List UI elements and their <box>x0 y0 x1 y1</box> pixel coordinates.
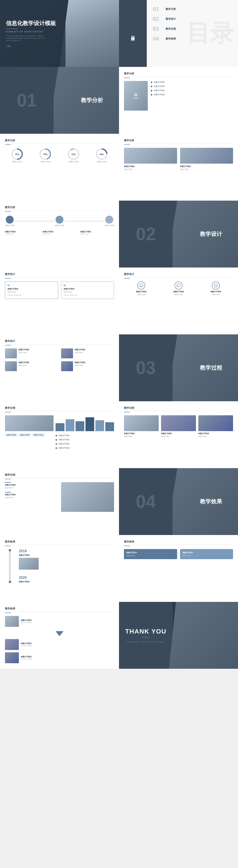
list3: 标题文字添加 <box>55 443 114 445</box>
jxfx1-bar <box>124 78 130 78</box>
right-item1-text: 标题文字添加 标题文字添加 <box>75 348 85 353</box>
jxgx2-card2-sub: 标题文字添加 <box>182 555 231 557</box>
gxgc2-item3-sub: 标题文字添加 <box>199 435 233 437</box>
right-item2: 标题文字添加 标题文字添加 <box>61 361 114 371</box>
gxgc2-item3-title: 标题文字添加 <box>199 432 233 435</box>
year1-dot <box>9 549 11 551</box>
jxgx3-photo3 <box>5 652 19 663</box>
list1: 标题文字添加 <box>55 434 114 437</box>
timeline-steps: 标题文字添加 标题文字添加 标题文字添加 <box>5 216 114 226</box>
tag1: 标题文字添加 <box>5 433 18 437</box>
step1: 标题文字添加 <box>5 216 15 226</box>
jxgx3-text2: 标题文字添加 添加文字内容描述 <box>21 642 32 647</box>
right-item2-text: 标题文字添加 标题文字添加 <box>75 361 85 366</box>
toc-num-1: 01 <box>153 6 163 12</box>
donut-label-3: 标题文字添加 <box>67 161 80 163</box>
jxgx1-content: 2018 标题文字添加 2020 标题文字添加 <box>5 549 114 583</box>
year2-item: 标题文字添加 <box>19 581 114 583</box>
year1-section: 2018 标题文字添加 <box>19 549 114 570</box>
gxgc2-photo1 <box>124 415 159 431</box>
section2-title: 教学设计 <box>200 230 222 238</box>
card2-title: 标题文字添加 <box>64 288 112 290</box>
cover-reporter: 汇报人： <box>6 45 56 48</box>
toc-right-panel: 01 教学分析 02 教学设计 03 教学过程 04 教学效果 <box>147 0 238 67</box>
section3-title: 教学过程 <box>200 364 222 372</box>
jxgc3-title2: 标题文字添加 <box>5 493 58 496</box>
card1-desc: 添加文字内容描述信息 <box>7 294 55 297</box>
icon2 <box>175 282 182 289</box>
jxfx3-item1-title: 标题文字添加 <box>124 165 177 168</box>
listtext3: 标题文字添加 <box>59 443 70 445</box>
gxgc2-item1-title: 标题文字添加 <box>124 432 159 435</box>
jxgc1-content: 标题文字添加 标题文字添加 标题文字添加 标题文字添加 <box>5 415 114 451</box>
card2-sub: 标题文字添加 <box>64 291 112 293</box>
section2-big-num: 02 <box>136 224 156 244</box>
toc-num-4: 04 <box>153 36 163 42</box>
list-dot-1 <box>151 82 152 83</box>
toc-text-1: 教学分析 <box>166 7 176 11</box>
row2-text: 标题文字添加 <box>43 230 76 233</box>
list-item-3: 标题文字添加 <box>151 89 233 92</box>
card2: 02 标题文字添加 标题文字添加 添加文字内容描述信息 <box>61 282 114 299</box>
icon1 <box>137 282 145 289</box>
dot1 <box>55 435 57 436</box>
slide-section4: 04 教学效果 <box>119 468 238 535</box>
jxgc3-title1: 标题文字添加 <box>5 484 58 486</box>
jxgc3-sub2: 标题文字添加 <box>5 497 58 499</box>
jxgx3-photo2 <box>5 639 19 650</box>
section4-title: 教学效果 <box>200 498 222 505</box>
slide-section2: 02 教学设计 <box>119 200 238 268</box>
jxfx3-title: 教学分析 <box>124 139 233 144</box>
jxgc1-list: 标题文字添加 标题文字添加 标题文字添加 标题文字添加 <box>55 434 114 450</box>
left-item2-text: 标题文字添加 标题文字添加 <box>19 361 29 366</box>
list-text-1: 标题文字添加 <box>154 81 165 84</box>
toc-bg-num: 目录 <box>186 18 234 50</box>
donut-item-3: 15% 标题文字添加 <box>67 148 80 163</box>
right-title1: 标题文字添加 <box>75 348 85 351</box>
left-item2: 标题文字添加 标题文字添加 <box>5 361 58 371</box>
jxgc1-chart: 标题文字添加 标题文字添加 标题文字添加 标题文字添加 <box>55 415 114 451</box>
card1-sub: 标题文字添加 <box>7 291 55 293</box>
left-sub1: 标题文字添加 <box>19 351 29 353</box>
list-item-4: 标题文字添加 <box>151 93 233 96</box>
bar3 <box>76 421 84 431</box>
list4: 标题文字添加 <box>55 447 114 450</box>
year1-photo <box>19 558 39 570</box>
thankyou-main: THANK YOU <box>125 628 166 635</box>
row3: 标题文字添加 添加文字内容 <box>80 230 114 235</box>
bar5 <box>96 420 104 431</box>
jxfx4-timeline: 标题文字添加 标题文字添加 标题文字添加 标题文字添加 添加文字内容 <box>5 216 114 235</box>
jxfx3-left: 标题文字添加 标题文字添加 <box>124 148 177 170</box>
bar6 <box>105 422 114 431</box>
row1: 标题文字添加 添加文字内容 <box>5 230 39 235</box>
list-item-2: 标题文字添加 <box>151 85 233 88</box>
left-item1: 标题文字添加 标题文字添加 <box>5 348 58 358</box>
jxsj1-bar <box>5 278 11 279</box>
bar4 <box>85 417 94 431</box>
item1-sub: 标题文字添加 <box>124 293 158 296</box>
gxgc2-photo2 <box>161 415 196 431</box>
jxgx3-s2: 添加文字内容描述 <box>21 645 32 647</box>
toc-num-3: 03 <box>153 26 163 32</box>
jxgx3-text1: 标题文字添加 添加文字内容描述 <box>21 619 32 624</box>
cover-title: 信息化教学设计模板 <box>6 20 56 27</box>
left-photo2 <box>5 361 17 371</box>
jxfx1-list: 标题文字添加 标题文字添加 标题文字添加 标题文字添加 <box>151 81 233 111</box>
jxgc3-title: 教学过程 <box>5 473 114 478</box>
jxfx2-title: 教学分析 <box>5 139 114 144</box>
jxfx3-bar <box>124 145 130 145</box>
slide-jxsj3: 教学设计 标题文字添加 标题文字添加 标题文字添加 标题文字添加 <box>0 334 119 401</box>
bar-baseline <box>55 431 114 431</box>
cover-subtitle: SUMMARY OF WORK REPORT <box>6 31 56 33</box>
step1-circle <box>6 216 14 224</box>
thankyou-sub: SUMMARY OF WORK REPORT <box>126 641 165 643</box>
jxgx3-photo1 <box>5 616 19 627</box>
toc-num-2: 02 <box>153 16 163 22</box>
list-dot-3 <box>151 90 152 91</box>
jxfx3-right: 标题文字添加 标题文字添加 <box>180 148 233 170</box>
jxsj3-right: 标题文字添加 标题文字添加 标题文字添加 标题文字添加 <box>61 348 114 371</box>
svg-rect-13 <box>139 284 143 286</box>
item3-sub: 标题文字添加 <box>199 293 233 296</box>
jxfx3-item2-sub: 标题文字添加 <box>180 168 233 170</box>
section1-title: 教学分析 <box>81 97 103 104</box>
